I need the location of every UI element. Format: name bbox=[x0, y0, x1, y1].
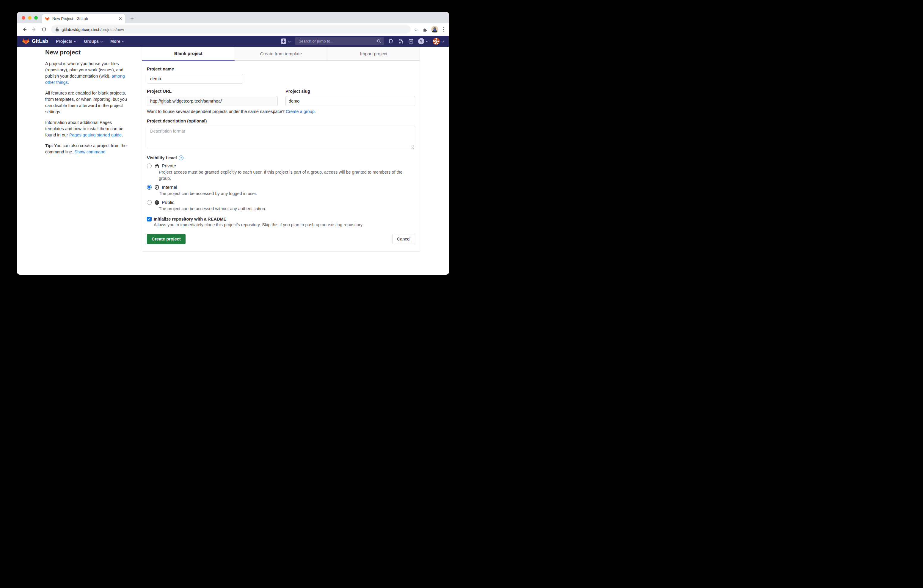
bookmark-star-icon[interactable]: ☆ bbox=[414, 27, 418, 32]
gitlab-navbar-right: ? bbox=[281, 37, 443, 45]
private-option-description: Project access must be granted explicitl… bbox=[159, 169, 410, 182]
project-name-input[interactable] bbox=[147, 74, 243, 84]
reload-button[interactable] bbox=[40, 26, 48, 33]
project-description-textarea[interactable] bbox=[147, 126, 415, 149]
project-name-label: Project name bbox=[147, 67, 415, 71]
resize-grip-icon[interactable] bbox=[411, 146, 414, 149]
extensions-puzzle-icon[interactable] bbox=[422, 27, 427, 32]
browser-toolbar: gitlab.widgetcorp.tech/projects/new ☆ bbox=[17, 23, 449, 36]
macos-traffic-lights bbox=[22, 16, 38, 20]
page-title: New project bbox=[45, 49, 131, 56]
forward-button[interactable] bbox=[30, 26, 38, 33]
readme-checkbox[interactable] bbox=[147, 217, 152, 222]
lock-icon bbox=[55, 27, 59, 31]
create-group-link[interactable]: Create a group. bbox=[286, 109, 316, 114]
public-option-description: The project can be accessed without any … bbox=[159, 206, 410, 212]
issues-icon[interactable] bbox=[389, 39, 394, 44]
sidebar-paragraph: A project is where you house your files … bbox=[45, 61, 131, 85]
visibility-help-icon[interactable]: ? bbox=[179, 156, 184, 160]
visibility-option-public: Public The project can be accessed witho… bbox=[147, 200, 415, 212]
public-radio[interactable] bbox=[147, 200, 152, 205]
cancel-button[interactable]: Cancel bbox=[392, 234, 415, 244]
screenshot-stage: New Project · GitLab ✕ + gitlab.widgetco… bbox=[0, 0, 466, 297]
gitlab-wordmark: GitLab bbox=[32, 38, 48, 44]
nav-more[interactable]: More bbox=[110, 39, 124, 44]
nav-projects[interactable]: Projects bbox=[56, 39, 76, 44]
zoom-window-button[interactable] bbox=[34, 16, 38, 20]
browser-tab-strip: New Project · GitLab ✕ + bbox=[17, 12, 449, 23]
gitlab-logo-icon bbox=[22, 38, 30, 44]
tab-close-icon[interactable]: ✕ bbox=[118, 16, 122, 21]
gitlab-favicon bbox=[45, 16, 50, 21]
user-avatar bbox=[433, 38, 440, 45]
browser-tab[interactable]: New Project · GitLab ✕ bbox=[42, 14, 125, 23]
tab-blank-project[interactable]: Blank project bbox=[142, 47, 235, 61]
tab-import-project[interactable]: Import project bbox=[327, 47, 420, 61]
namespace-hint: Want to house several dependent projects… bbox=[147, 109, 415, 114]
internal-option-label[interactable]: Internal bbox=[162, 185, 177, 190]
global-search[interactable] bbox=[295, 37, 384, 45]
lock-icon bbox=[154, 164, 159, 169]
visibility-option-internal: Internal The project can be accessed by … bbox=[147, 185, 415, 197]
plus-square-icon bbox=[281, 38, 286, 44]
search-icon bbox=[377, 39, 381, 43]
chevron-down-icon bbox=[122, 39, 125, 42]
minimize-window-button[interactable] bbox=[28, 16, 31, 20]
visibility-option-private: Private Project access must be granted e… bbox=[147, 163, 415, 182]
pages-guide-link[interactable]: Pages getting started guide bbox=[69, 133, 122, 137]
chevron-down-icon bbox=[441, 39, 444, 42]
gitlab-brand[interactable]: GitLab bbox=[22, 38, 48, 44]
project-description-label: Project description (optional) bbox=[147, 118, 415, 123]
project-slug-label: Project slug bbox=[286, 89, 415, 94]
toolbar-icons: ☆ bbox=[414, 26, 445, 33]
browser-window: New Project · GitLab ✕ + gitlab.widgetco… bbox=[17, 12, 449, 275]
url-domain: gitlab.widgetcorp.tech bbox=[62, 27, 100, 32]
project-url-label: Project URL bbox=[147, 89, 278, 94]
create-project-button[interactable]: Create project bbox=[147, 234, 186, 244]
back-button[interactable] bbox=[21, 26, 28, 33]
gitlab-navbar: GitLab Projects Groups More bbox=[17, 36, 449, 47]
tab-create-from-template[interactable]: Create from template bbox=[235, 47, 327, 61]
nav-groups[interactable]: Groups bbox=[84, 39, 103, 44]
chevron-down-icon bbox=[426, 39, 429, 42]
private-option-label[interactable]: Private bbox=[162, 163, 176, 169]
chevron-down-icon bbox=[74, 39, 77, 42]
user-menu-button[interactable] bbox=[433, 38, 443, 45]
chevron-down-icon bbox=[100, 39, 103, 42]
gitlab-nav-menu: Projects Groups More bbox=[56, 39, 124, 44]
help-icon: ? bbox=[418, 38, 424, 44]
sidebar-tip: Tip: You can also create a project from … bbox=[45, 143, 131, 155]
new-project-sidebar: New project A project is where you house… bbox=[45, 49, 131, 159]
readme-description: Allows you to immediately clone this pro… bbox=[154, 222, 415, 227]
internal-radio[interactable] bbox=[147, 185, 152, 190]
help-menu-button[interactable]: ? bbox=[418, 38, 428, 44]
sidebar-paragraph: Information about additional Pages templ… bbox=[45, 120, 131, 138]
new-project-panel: Blank project Create from template Impor… bbox=[142, 47, 420, 251]
show-command-link[interactable]: Show command bbox=[74, 149, 105, 154]
public-option-label[interactable]: Public bbox=[162, 200, 174, 205]
private-radio[interactable] bbox=[147, 164, 152, 168]
internal-option-description: The project can be accessed by any logge… bbox=[159, 191, 410, 197]
todos-icon[interactable] bbox=[408, 39, 414, 44]
page-content: New project A project is where you house… bbox=[17, 47, 449, 275]
project-slug-input[interactable] bbox=[286, 96, 415, 106]
project-type-tabs: Blank project Create from template Impor… bbox=[142, 47, 420, 61]
browser-menu-icon[interactable] bbox=[442, 27, 446, 32]
tab-title: New Project · GitLab bbox=[53, 16, 118, 21]
project-url-input[interactable] bbox=[147, 96, 278, 106]
url-path: /projects/new bbox=[100, 27, 124, 32]
new-menu-button[interactable] bbox=[281, 38, 291, 44]
readme-label[interactable]: Initialize repository with a README bbox=[154, 217, 226, 222]
chevron-down-icon bbox=[288, 39, 291, 42]
new-tab-button[interactable]: + bbox=[128, 15, 136, 22]
address-bar[interactable]: gitlab.widgetcorp.tech/projects/new bbox=[51, 25, 411, 34]
browser-profile-avatar[interactable] bbox=[431, 26, 438, 33]
visibility-level-label: Visibility Level bbox=[147, 156, 177, 160]
close-window-button[interactable] bbox=[22, 16, 25, 20]
blank-project-form: Project name Project URL Project slug Wa… bbox=[142, 61, 420, 244]
shield-icon bbox=[154, 185, 159, 190]
search-input[interactable] bbox=[298, 39, 377, 44]
sidebar-paragraph: All features are enabled for blank proje… bbox=[45, 90, 131, 115]
merge-requests-icon[interactable] bbox=[399, 39, 404, 44]
globe-icon bbox=[154, 200, 159, 205]
